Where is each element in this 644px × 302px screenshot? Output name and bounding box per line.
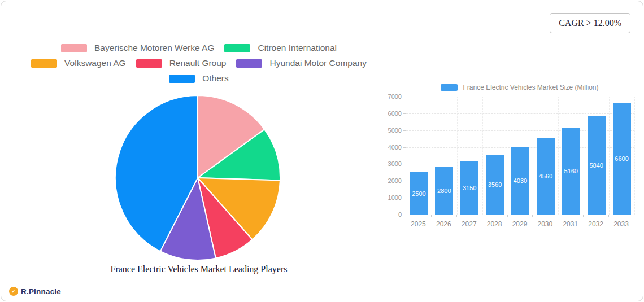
y-axis-tick bbox=[403, 147, 406, 148]
bar-value-label: 5840 bbox=[586, 162, 607, 169]
legend-item-others[interactable]: Others bbox=[169, 73, 229, 84]
legend-item-renault-group[interactable]: Renault Group bbox=[136, 58, 227, 68]
y-axis-tick bbox=[403, 215, 406, 215]
legend-label: Others bbox=[202, 73, 229, 84]
x-axis-tick bbox=[431, 215, 432, 217]
bar-value-label: 3560 bbox=[484, 181, 506, 188]
y-axis-label: 5000 bbox=[382, 127, 402, 134]
y-axis-label: 7000 bbox=[382, 93, 402, 100]
gridline bbox=[457, 97, 458, 215]
x-axis-label: 2029 bbox=[507, 220, 532, 228]
y-axis-tick bbox=[403, 198, 406, 198]
y-axis-tick bbox=[403, 113, 406, 114]
y-axis-tick bbox=[403, 130, 406, 131]
bar-value-label: 3150 bbox=[459, 185, 480, 191]
y-axis-label: 0 bbox=[382, 211, 402, 218]
y-axis-tick bbox=[403, 164, 406, 164]
x-axis-tick bbox=[608, 215, 609, 217]
bar-value-label: 6600 bbox=[611, 155, 633, 162]
gridline bbox=[508, 97, 508, 215]
bar-value-label: 4560 bbox=[535, 173, 556, 180]
legend-row: Others bbox=[1, 73, 397, 84]
report-card: CAGR > 12.00% Bayerische Motoren Werke A… bbox=[1, 1, 643, 301]
gridline bbox=[406, 113, 634, 114]
x-axis-tick bbox=[456, 215, 457, 217]
legend-item-hyundai-motor-company[interactable]: Hyundai Motor Company bbox=[236, 58, 366, 68]
y-axis-tick bbox=[403, 97, 406, 97]
bar-value-label: 5160 bbox=[560, 168, 582, 174]
gridline bbox=[584, 97, 584, 215]
legend-swatch bbox=[236, 59, 262, 68]
x-axis-label: 2033 bbox=[609, 220, 634, 228]
x-axis-tick bbox=[558, 215, 558, 217]
y-axis-label: 3000 bbox=[382, 160, 402, 167]
legend-swatch bbox=[224, 44, 250, 52]
legend-label: Citroen International bbox=[258, 43, 337, 53]
pie-svg bbox=[113, 93, 282, 262]
legend-swatch bbox=[136, 59, 162, 68]
x-axis-label: 2032 bbox=[584, 220, 608, 228]
gridline bbox=[634, 97, 635, 215]
y-axis-tick bbox=[403, 181, 406, 181]
x-axis-tick bbox=[507, 215, 508, 217]
brand-circle-icon: ✓ bbox=[9, 287, 18, 296]
legend-swatch bbox=[169, 75, 195, 83]
y-axis-label: 2000 bbox=[382, 177, 402, 184]
gridline bbox=[406, 97, 634, 97]
brand-logo: ✓ R.Pinnacle bbox=[9, 287, 61, 296]
legend-label: Hyundai Motor Company bbox=[269, 58, 366, 68]
legend-swatch bbox=[61, 44, 87, 52]
pie-chart bbox=[113, 93, 282, 262]
legend-item-volkswagen-ag[interactable]: Volkswagen AG bbox=[31, 58, 126, 68]
legend-label: Renault Group bbox=[169, 58, 227, 68]
x-axis-tick bbox=[532, 215, 533, 217]
y-axis-label: 4000 bbox=[382, 144, 402, 151]
legend-label: Bayerische Motoren Werke AG bbox=[94, 43, 215, 53]
x-axis-label: 2025 bbox=[406, 220, 430, 228]
legend-row: Volkswagen AGRenault GroupHyundai Motor … bbox=[1, 58, 397, 68]
bar-plot-area: 250028003150356040304560516058406600 bbox=[406, 97, 634, 215]
x-axis-label: 2030 bbox=[533, 220, 558, 228]
brand-name: R.Pinnacle bbox=[21, 287, 61, 296]
bar-value-label: 4030 bbox=[510, 177, 531, 184]
pie-chart-title: France Electric Vehicles Market Leading … bbox=[1, 264, 397, 274]
gridline bbox=[609, 97, 610, 215]
legend-row: Bayerische Motoren Werke AGCitroen Inter… bbox=[1, 43, 397, 53]
x-axis-label: 2031 bbox=[558, 220, 583, 228]
gridline bbox=[432, 97, 432, 215]
cagr-badge: CAGR > 12.00% bbox=[550, 13, 630, 33]
x-axis-tick bbox=[482, 215, 482, 217]
x-axis-label: 2026 bbox=[431, 220, 456, 228]
bar-legend-swatch bbox=[441, 84, 458, 91]
x-axis-tick bbox=[634, 215, 634, 217]
x-axis-label: 2028 bbox=[482, 220, 507, 228]
y-axis-label: 6000 bbox=[382, 110, 402, 117]
y-axis-label: 1000 bbox=[382, 194, 402, 201]
gridline bbox=[533, 97, 533, 215]
gridline bbox=[482, 97, 483, 215]
bar-value-label: 2800 bbox=[433, 187, 455, 194]
bar-legend-label: France Electric Vehicles Market Size (Mi… bbox=[463, 84, 598, 91]
bar-chart: France Electric Vehicles Market Size (Mi… bbox=[380, 80, 641, 244]
x-axis-tick bbox=[583, 215, 584, 217]
legend-swatch bbox=[31, 59, 57, 68]
bar-value-label: 2500 bbox=[408, 190, 429, 197]
x-axis-label: 2027 bbox=[456, 220, 481, 228]
legend-item-bayerische-motoren-werke-ag[interactable]: Bayerische Motoren Werke AG bbox=[61, 43, 215, 53]
gridline bbox=[558, 97, 559, 215]
bar-chart-legend[interactable]: France Electric Vehicles Market Size (Mi… bbox=[406, 84, 634, 91]
pie-legend: Bayerische Motoren Werke AGCitroen Inter… bbox=[1, 43, 397, 84]
legend-item-citroen-international[interactable]: Citroen International bbox=[224, 43, 337, 53]
legend-label: Volkswagen AG bbox=[64, 58, 126, 68]
